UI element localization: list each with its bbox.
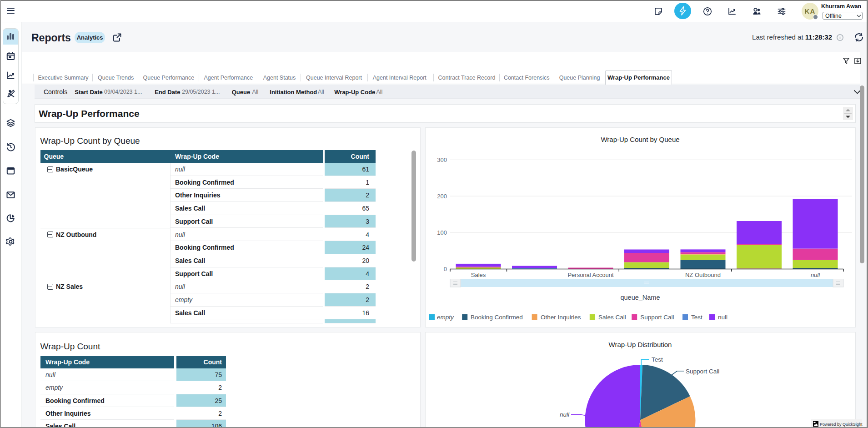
svg-text:Other Inquiries: Other Inquiries [541, 313, 581, 320]
svg-text:100: 100 [437, 229, 447, 236]
svg-text:Support Call: Support Call [686, 368, 719, 375]
svg-text:Wrap-Up Count by Queue: Wrap-Up Count by Queue [601, 135, 679, 143]
svg-text:Sales Call: Sales Call [598, 313, 626, 320]
svg-text:Personal Account: Personal Account [567, 272, 614, 278]
svg-text:Wrap-Up Distribution: Wrap-Up Distribution [609, 341, 672, 348]
svg-text:null: null [718, 313, 728, 320]
svg-text:NZ Outbound: NZ Outbound [685, 272, 721, 278]
svg-text:null: null [560, 411, 570, 418]
svg-text:300: 300 [437, 156, 447, 163]
svg-text:Booking Confirmed: Booking Confirmed [471, 313, 523, 320]
svg-text:Support Call: Support Call [640, 313, 674, 320]
svg-text:empty: empty [437, 313, 454, 320]
svg-text:Test: Test [652, 356, 663, 363]
svg-text:queue_Name: queue_Name [620, 294, 660, 301]
svg-text:null: null [811, 272, 820, 278]
svg-text:0: 0 [444, 265, 447, 272]
svg-text:Test: Test [691, 313, 702, 320]
svg-text:Sales: Sales [471, 272, 486, 278]
svg-text:200: 200 [437, 192, 447, 199]
